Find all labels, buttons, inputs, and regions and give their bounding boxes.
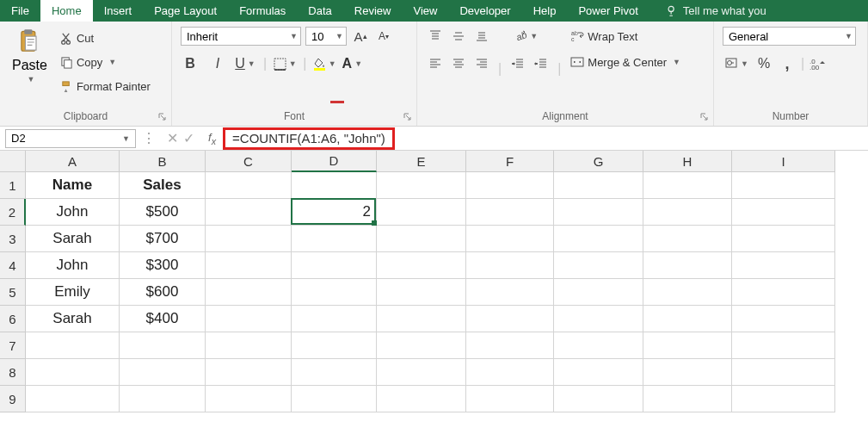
align-right-button[interactable] (472, 54, 491, 73)
cancel-formula-button[interactable]: ✕ (167, 130, 178, 146)
cell-G3[interactable] (554, 226, 643, 252)
percent-button[interactable]: % (754, 54, 773, 73)
cell-F8[interactable] (466, 359, 554, 386)
cell-A4[interactable]: John (26, 252, 120, 279)
cell-I7[interactable] (732, 332, 835, 359)
cell-I9[interactable] (732, 386, 835, 412)
cell-I4[interactable] (732, 252, 835, 279)
cell-I2[interactable] (732, 199, 835, 226)
cell-D1[interactable] (292, 172, 377, 199)
underline-button[interactable]: U▼ (236, 54, 255, 73)
cell-D3[interactable] (292, 226, 377, 252)
format-painter-button[interactable]: Format Painter (58, 77, 153, 96)
cell-G1[interactable] (554, 172, 643, 199)
dialog-launcher-icon[interactable] (403, 112, 413, 122)
number-format-select[interactable]: General▼ (723, 27, 856, 46)
enter-formula-button[interactable]: ✓ (183, 130, 194, 146)
cell-G6[interactable] (554, 306, 643, 332)
cell-H5[interactable] (643, 279, 732, 306)
increase-font-button[interactable]: A▴ (351, 27, 370, 46)
cell-C5[interactable] (206, 279, 292, 306)
cell-D4[interactable] (292, 252, 377, 279)
formula-input[interactable]: =COUNTIF(A1:A6, "John") (223, 127, 395, 150)
cell-D2[interactable]: 2 (292, 199, 377, 226)
font-color-button[interactable]: A▼ (342, 54, 361, 73)
row-header-1[interactable]: 1 (0, 172, 26, 199)
cell-B8[interactable] (120, 359, 206, 386)
cell-E3[interactable] (377, 226, 466, 252)
cell-C4[interactable] (206, 252, 292, 279)
cell-I1[interactable] (732, 172, 835, 199)
merge-center-button[interactable]: Merge & Center▼ (568, 53, 683, 71)
decrease-font-button[interactable]: A▾ (374, 27, 393, 46)
row-header-9[interactable]: 9 (0, 386, 26, 412)
orientation-button[interactable]: ab▼ (508, 27, 543, 46)
cell-B9[interactable] (120, 386, 206, 412)
col-header-G[interactable]: G (554, 151, 643, 172)
align-top-button[interactable] (426, 27, 445, 46)
bold-button[interactable]: B (181, 54, 200, 73)
paste-button[interactable]: Paste ▼ (9, 27, 51, 85)
cell-F7[interactable] (466, 332, 554, 359)
col-header-C[interactable]: C (206, 151, 292, 172)
tab-page-layout[interactable]: Page Layout (143, 0, 228, 22)
font-size-select[interactable]: 10▼ (305, 27, 347, 46)
cell-A8[interactable] (26, 359, 120, 386)
cell-D9[interactable] (292, 386, 377, 412)
cell-A7[interactable] (26, 332, 120, 359)
cell-D8[interactable] (292, 359, 377, 386)
name-box-expand[interactable]: ⋮ (138, 130, 160, 146)
cell-I3[interactable] (732, 226, 835, 252)
align-left-button[interactable] (426, 54, 445, 73)
cell-C2[interactable] (206, 199, 292, 226)
cell-C6[interactable] (206, 306, 292, 332)
tab-insert[interactable]: Insert (93, 0, 144, 22)
col-header-H[interactable]: H (643, 151, 732, 172)
cell-A6[interactable]: Sarah (26, 306, 120, 332)
row-header-2[interactable]: 2 (0, 199, 26, 226)
tab-data[interactable]: Data (297, 0, 342, 22)
cell-G9[interactable] (554, 386, 643, 412)
col-header-D[interactable]: D (292, 151, 377, 172)
cell-F9[interactable] (466, 386, 554, 412)
cell-B7[interactable] (120, 332, 206, 359)
col-header-A[interactable]: A (26, 151, 120, 172)
align-middle-button[interactable] (449, 27, 468, 46)
cell-H8[interactable] (643, 359, 732, 386)
cell-C1[interactable] (206, 172, 292, 199)
select-all-corner[interactable] (0, 151, 26, 172)
tab-help[interactable]: Help (522, 0, 568, 22)
cell-F6[interactable] (466, 306, 554, 332)
decrease-indent-button[interactable] (508, 54, 527, 73)
cell-C7[interactable] (206, 332, 292, 359)
cell-E4[interactable] (377, 252, 466, 279)
row-header-6[interactable]: 6 (0, 306, 26, 332)
cell-C3[interactable] (206, 226, 292, 252)
cell-D7[interactable] (292, 332, 377, 359)
dialog-launcher-icon[interactable] (157, 112, 168, 122)
cell-B4[interactable]: $300 (120, 252, 206, 279)
cell-E6[interactable] (377, 306, 466, 332)
increase-decimal-button[interactable]: .0.00 (809, 54, 828, 73)
cell-C8[interactable] (206, 359, 292, 386)
italic-button[interactable]: I (208, 54, 227, 73)
cell-I6[interactable] (732, 306, 835, 332)
cell-E2[interactable] (377, 199, 466, 226)
cell-B6[interactable]: $400 (120, 306, 206, 332)
cell-F5[interactable] (466, 279, 554, 306)
fx-icon[interactable]: fx (201, 131, 223, 146)
cell-H4[interactable] (643, 252, 732, 279)
cell-H9[interactable] (643, 386, 732, 412)
cell-H7[interactable] (643, 332, 732, 359)
cell-B1[interactable]: Sales (120, 172, 206, 199)
borders-button[interactable]: ▼ (275, 54, 294, 73)
fill-color-button[interactable]: ▼ (315, 54, 334, 73)
dialog-launcher-icon[interactable] (699, 112, 710, 122)
copy-button[interactable]: Copy ▼ (58, 53, 153, 71)
cell-B2[interactable]: $500 (120, 199, 206, 226)
cell-F2[interactable] (466, 199, 554, 226)
increase-indent-button[interactable] (532, 54, 551, 73)
cell-D5[interactable] (292, 279, 377, 306)
cell-D6[interactable] (292, 306, 377, 332)
col-header-B[interactable]: B (120, 151, 206, 172)
